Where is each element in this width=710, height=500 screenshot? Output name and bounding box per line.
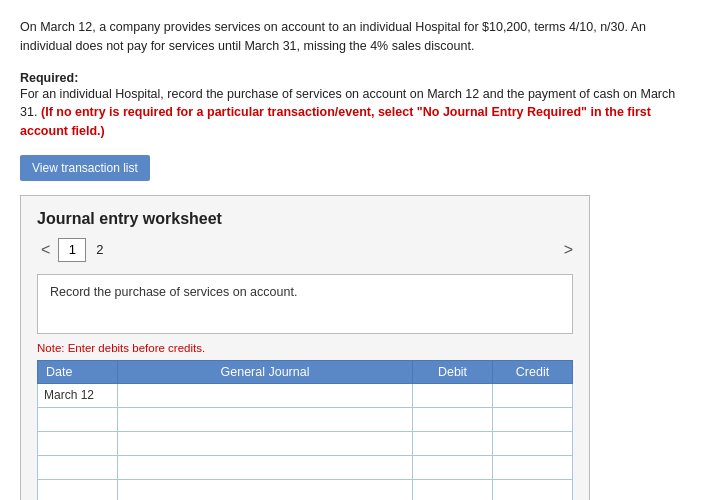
worksheet-title: Journal entry worksheet <box>37 210 573 228</box>
credit-input-3[interactable] <box>497 456 568 479</box>
debit-input-0[interactable] <box>417 384 488 407</box>
table-row-debit-4[interactable] <box>413 479 493 500</box>
credit-input-4[interactable] <box>497 480 568 500</box>
th-date: Date <box>38 360 118 383</box>
intro-paragraph: On March 12, a company provides services… <box>20 18 690 56</box>
date-input-1[interactable] <box>42 408 113 431</box>
th-journal: General Journal <box>118 360 413 383</box>
journal-input-1[interactable] <box>122 408 408 431</box>
journal-table: Date General Journal Debit Credit March … <box>37 360 573 500</box>
nav-prev-button[interactable]: < <box>37 241 54 259</box>
date-input-3[interactable] <box>42 456 113 479</box>
th-debit: Debit <box>413 360 493 383</box>
table-row-credit-2[interactable] <box>493 431 573 455</box>
debit-input-2[interactable] <box>417 432 488 455</box>
table-row-date-4 <box>38 479 118 500</box>
table-row-date-3 <box>38 455 118 479</box>
journal-input-4[interactable] <box>122 480 408 500</box>
nav-row: < 2 > <box>37 238 573 262</box>
journal-input-3[interactable] <box>122 456 408 479</box>
table-row-date-0: March 12 <box>38 383 118 407</box>
required-body-red: (If no entry is required for a particula… <box>20 105 651 138</box>
date-input-4[interactable] <box>42 480 113 500</box>
credit-input-1[interactable] <box>497 408 568 431</box>
table-row-journal-2[interactable] <box>118 431 413 455</box>
table-row-journal-4[interactable] <box>118 479 413 500</box>
description-box: Record the purchase of services on accou… <box>37 274 573 334</box>
table-row-credit-0[interactable] <box>493 383 573 407</box>
table-row-journal-3[interactable] <box>118 455 413 479</box>
table-row-debit-1[interactable] <box>413 407 493 431</box>
table-row-journal-1[interactable] <box>118 407 413 431</box>
table-row-date-1 <box>38 407 118 431</box>
journal-input-0[interactable] <box>122 384 408 407</box>
table-row-journal-0[interactable] <box>118 383 413 407</box>
table-row-credit-4[interactable] <box>493 479 573 500</box>
table-row-credit-3[interactable] <box>493 455 573 479</box>
credit-input-2[interactable] <box>497 432 568 455</box>
nav-page-input[interactable] <box>58 238 86 262</box>
journal-input-2[interactable] <box>122 432 408 455</box>
table-row-debit-3[interactable] <box>413 455 493 479</box>
worksheet-container: Journal entry worksheet < 2 > Record the… <box>20 195 590 500</box>
nav-page-next: 2 <box>96 242 103 257</box>
required-label: Required: <box>20 71 78 85</box>
note-text: Note: Enter debits before credits. <box>37 342 573 354</box>
credit-input-0[interactable] <box>497 384 568 407</box>
debit-input-1[interactable] <box>417 408 488 431</box>
table-row-credit-1[interactable] <box>493 407 573 431</box>
table-row-debit-2[interactable] <box>413 431 493 455</box>
view-transaction-button[interactable]: View transaction list <box>20 155 150 181</box>
nav-next-button[interactable]: > <box>564 241 573 259</box>
table-row-debit-0[interactable] <box>413 383 493 407</box>
debit-input-4[interactable] <box>417 480 488 500</box>
debit-input-3[interactable] <box>417 456 488 479</box>
th-credit: Credit <box>493 360 573 383</box>
date-input-2[interactable] <box>42 432 113 455</box>
table-row-date-2 <box>38 431 118 455</box>
required-section: Required: For an individual Hospital, re… <box>20 70 690 141</box>
